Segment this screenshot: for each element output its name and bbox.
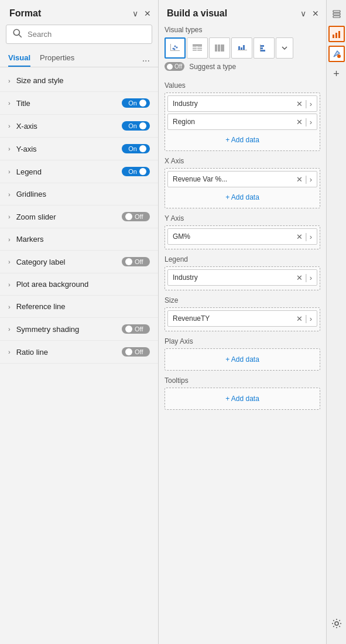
vtype-bar2[interactable] — [253, 37, 275, 59]
svg-rect-25 — [261, 50, 265, 52]
search-input[interactable] — [28, 30, 146, 39]
format-label-legend: Legend — [16, 167, 42, 176]
tabs-row: Visual Properties ... — [0, 50, 158, 67]
chevron-size-icon: › — [8, 77, 11, 84]
svg-point-6 — [176, 47, 178, 49]
svg-point-0 — [13, 29, 19, 35]
svg-rect-20 — [241, 47, 242, 50]
icon-sidebar: + — [326, 0, 346, 644]
tab-more[interactable]: ... — [142, 53, 150, 64]
format-item-title[interactable]: › Title — [0, 92, 158, 115]
collapse-right-icon[interactable]: ∨ — [300, 9, 306, 18]
chip-legend-industry-expand[interactable]: › — [310, 273, 312, 282]
vtype-table2[interactable] — [209, 37, 230, 59]
svg-rect-21 — [243, 45, 245, 50]
format-item-ratio-line[interactable]: › Ratio line — [0, 341, 158, 364]
toggle-legend[interactable] — [122, 167, 150, 176]
add-data-values-btn[interactable]: + Add data — [167, 132, 317, 148]
chevron-markers-icon: › — [8, 236, 11, 243]
chip-legend-industry-remove[interactable]: ✕ — [296, 273, 303, 282]
chevron-gridlines-icon: › — [8, 191, 11, 198]
chip-revvar-remove[interactable]: ✕ — [296, 175, 303, 184]
format-item-legend[interactable]: › Legend — [0, 160, 158, 183]
visual-types-section: Visual types — [159, 25, 326, 76]
build-content: Values Industry ✕ | › Region ✕ | › + Add… — [159, 76, 326, 644]
collapse-icon[interactable]: ∨ — [132, 9, 138, 18]
chevron-plotbg-icon: › — [8, 281, 11, 288]
data-chip-revenuety: RevenueTY ✕ | › — [167, 310, 317, 327]
suggest-toggle[interactable]: Off — [165, 62, 184, 71]
svg-rect-11 — [193, 48, 197, 49]
search-box — [6, 25, 152, 44]
toggle-symmetry[interactable] — [122, 324, 150, 334]
vtype-bar1[interactable] — [231, 37, 252, 59]
svg-rect-15 — [215, 44, 217, 52]
chevron-title-icon: › — [8, 100, 11, 107]
format-item-markers[interactable]: › Markers — [0, 228, 158, 251]
format-label-yaxis: Y-axis — [16, 145, 37, 153]
chip-revenuety-expand[interactable]: › — [310, 314, 312, 323]
chip-region-remove[interactable]: ✕ — [296, 118, 303, 126]
chip-gm-remove[interactable]: ✕ — [296, 232, 303, 241]
svg-rect-14 — [197, 50, 202, 51]
add-data-tooltips-btn[interactable]: + Add data — [167, 390, 317, 407]
data-well-tooltips: + Add data — [165, 388, 320, 410]
format-item-size-and-style[interactable]: › Size and style — [0, 70, 158, 92]
format-panel: Format ∨ ✕ Visual Properties ... › Size … — [0, 0, 159, 644]
svg-rect-27 — [333, 13, 340, 15]
settings-icon[interactable] — [331, 618, 342, 638]
format-label-ratioline: Ratio line — [16, 348, 48, 357]
format-item-category-label[interactable]: › Category label — [0, 251, 158, 273]
toggle-catlabel[interactable] — [122, 257, 150, 266]
format-icon-btn[interactable] — [328, 46, 345, 62]
close-right-icon[interactable]: ✕ — [312, 9, 319, 18]
visual-types-row — [165, 37, 320, 59]
add-data-xaxis-btn[interactable]: + Add data — [167, 189, 317, 205]
chip-region-expand[interactable]: › — [310, 118, 312, 126]
format-item-x-axis[interactable]: › X-axis — [0, 115, 158, 138]
fields-icon-btn[interactable] — [328, 6, 345, 22]
chip-gm-expand[interactable]: › — [310, 232, 312, 241]
tab-properties[interactable]: Properties — [40, 50, 74, 67]
section-label-tooltips: Tooltips — [165, 376, 320, 385]
vtype-more-btn[interactable] — [276, 37, 293, 59]
toggle-zoom[interactable] — [122, 212, 150, 221]
toggle-ratioline[interactable] — [122, 347, 150, 357]
add-data-play-axis-btn[interactable]: + Add data — [167, 351, 317, 368]
build-visual-header: Build a visual ∨ ✕ — [159, 0, 326, 25]
svg-rect-28 — [333, 16, 340, 18]
chip-revvar-expand[interactable]: › — [310, 175, 312, 184]
chip-industry-remove[interactable]: ✕ — [296, 100, 303, 108]
data-well-legend: Industry ✕ | › — [165, 266, 320, 290]
format-item-plot-bg[interactable]: › Plot area background — [0, 273, 158, 296]
chip-revvar-name: Revenue Var %... — [173, 175, 227, 183]
toggle-title[interactable] — [122, 98, 150, 108]
toggle-yaxis[interactable] — [122, 144, 150, 153]
visual-types-label: Visual types — [165, 26, 320, 34]
format-label-size: Size and style — [16, 76, 64, 85]
svg-rect-8 — [193, 44, 202, 46]
format-item-zoom-slider[interactable]: › Zoom slider — [0, 205, 158, 228]
svg-rect-24 — [261, 47, 263, 49]
visualize-icon-btn[interactable] — [328, 26, 345, 42]
data-chip-region: Region ✕ | › — [167, 114, 317, 130]
data-chip-industry: Industry ✕ | › — [167, 95, 317, 112]
data-well-play-axis: + Add data — [165, 348, 320, 371]
data-chip-legend-industry: Industry ✕ | › — [167, 269, 317, 286]
vtype-scatter[interactable] — [165, 37, 186, 59]
format-item-reference-line[interactable]: › Reference line — [0, 296, 158, 318]
chevron-ratioline-icon: › — [8, 348, 11, 355]
add-visual-btn[interactable]: + — [333, 68, 340, 80]
vtype-table1[interactable] — [187, 37, 208, 59]
chip-industry-expand[interactable]: › — [310, 100, 312, 108]
close-left-icon[interactable]: ✕ — [144, 9, 151, 18]
format-item-gridlines[interactable]: › Gridlines — [0, 183, 158, 205]
format-item-symmetry[interactable]: › Symmetry shading — [0, 318, 158, 341]
chip-revvar-actions: ✕ | › — [296, 174, 312, 184]
format-item-y-axis[interactable]: › Y-axis — [0, 138, 158, 160]
tab-visual[interactable]: Visual — [8, 50, 30, 67]
toggle-xaxis[interactable] — [122, 121, 150, 131]
chip-revenuety-remove[interactable]: ✕ — [296, 314, 303, 323]
svg-rect-3 — [170, 44, 171, 51]
chip-revenuety-name: RevenueTY — [173, 314, 210, 323]
